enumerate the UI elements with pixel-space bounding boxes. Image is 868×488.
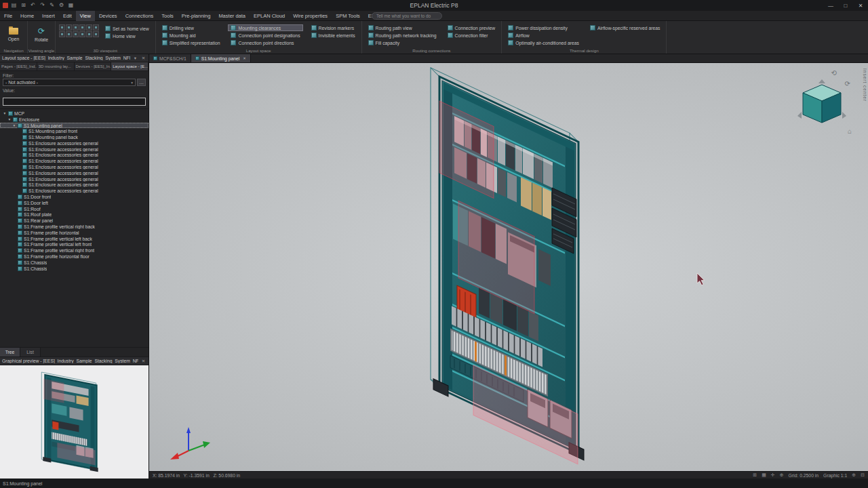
tree-item[interactable]: S1:Frame profile vertical right back: [0, 224, 149, 230]
docked-panel-tab[interactable]: Pages - [EES]_Ind...: [0, 62, 37, 70]
tree-item[interactable]: S1:Enclosure accessories general: [0, 170, 149, 176]
viewpoint-icon[interactable]: [73, 24, 79, 30]
new-icon[interactable]: ⊞: [20, 1, 27, 10]
tree-item[interactable]: S1:Roof plate: [0, 212, 149, 218]
airflow-toggle[interactable]: Airflow: [505, 32, 582, 39]
tree-item[interactable]: S1:Rear panel: [0, 218, 149, 224]
settings-icon[interactable]: ⚙: [58, 1, 65, 10]
menu-item[interactable]: EPLAN Cloud: [250, 11, 289, 21]
tree-item[interactable]: S1:Mounting panel front: [0, 128, 149, 134]
viewpoint-icon[interactable]: [93, 24, 99, 30]
connection-filter-toggle[interactable]: Connection filter: [445, 32, 498, 39]
tree-item[interactable]: S1:Enclosure accessories general: [0, 164, 149, 170]
tree-item[interactable]: S1:Chassis: [0, 266, 149, 272]
tree-item[interactable]: MCP: [0, 110, 149, 117]
menu-item[interactable]: Insert: [38, 11, 59, 21]
tree-item[interactable]: Enclosure: [0, 117, 149, 123]
tree-item[interactable]: S1:Door front: [0, 194, 149, 200]
menu-item[interactable]: Edit: [59, 11, 76, 21]
zoom-out-icon[interactable]: ⊟: [861, 472, 865, 478]
menu-item[interactable]: Master data: [214, 11, 250, 21]
tree-item[interactable]: S1:Chassis: [0, 260, 149, 266]
tree-item[interactable]: S1:Mounting panel: [0, 123, 149, 129]
tree-item[interactable]: S1:Frame profile horizontal: [0, 230, 149, 236]
viewpoint-icon[interactable]: [86, 24, 92, 30]
tree-item[interactable]: S1:Door left: [0, 200, 149, 206]
tree-list-tab[interactable]: Tree: [0, 348, 20, 357]
viewpoint-icon[interactable]: [79, 24, 85, 30]
insert-center-tab[interactable]: Insert center: [863, 68, 867, 102]
document-tab[interactable]: S1:Mounting panel ✕: [191, 54, 251, 62]
tree-item[interactable]: S1:Enclosure accessories general: [0, 146, 149, 152]
tree-item[interactable]: S1:Enclosure accessories general: [0, 188, 149, 194]
orbit-right-icon[interactable]: ⟳: [845, 81, 850, 87]
menu-item[interactable]: Wire properties: [289, 11, 332, 21]
maximize-button[interactable]: □: [838, 0, 853, 11]
preview-close-icon[interactable]: ✕: [140, 359, 146, 364]
expander-icon[interactable]: [12, 123, 16, 128]
redo-icon[interactable]: ↷: [39, 1, 46, 10]
tree-item[interactable]: S1:Mounting panel back: [0, 134, 149, 140]
tab-close-icon[interactable]: ✕: [243, 56, 246, 60]
set-as-home-view-button[interactable]: Set as home view: [102, 25, 152, 32]
3d-viewport[interactable]: ⟲ ⟳ ⌂ Insert center: [149, 63, 868, 471]
tree-item[interactable]: S1:Frame profile vertical left back: [0, 236, 149, 242]
airflow-specific-reserved-areas-toggle[interactable]: Airflow-specific reserved areas: [587, 24, 663, 31]
menu-item[interactable]: SPM Tools: [332, 11, 364, 21]
graphical-preview[interactable]: [0, 365, 149, 479]
tree-item[interactable]: S1:Enclosure accessories general: [0, 158, 149, 164]
rotate-button[interactable]: ⟳ Rotate: [31, 22, 52, 47]
mounting-aid-toggle[interactable]: Mounting aid: [159, 32, 223, 39]
tree-item[interactable]: S1:Frame profile horizontal floor: [0, 253, 149, 260]
crosshair-icon[interactable]: ✛: [771, 472, 775, 478]
home-view-button[interactable]: Home view: [102, 33, 152, 39]
minimize-button[interactable]: —: [823, 0, 838, 11]
connection-point-directions-toggle[interactable]: Connection point directions: [228, 39, 302, 46]
invisible-elements-toggle[interactable]: Invisible elements: [309, 32, 358, 39]
value-input[interactable]: [3, 98, 146, 106]
undo-icon[interactable]: ↶: [29, 1, 37, 10]
tell-me-search-input[interactable]: Tell me what you want to do: [372, 12, 442, 20]
viewpoint-icon[interactable]: [73, 31, 79, 37]
connection-preview-toggle[interactable]: Connection preview: [445, 24, 498, 31]
menu-item[interactable]: Connections: [121, 11, 158, 21]
object-snap-icon[interactable]: ⊕: [780, 472, 784, 478]
power-dissipation-density-toggle[interactable]: Power dissipation density: [505, 24, 582, 31]
viewpoint-icon[interactable]: [66, 31, 72, 37]
mounting-panel-3d[interactable]: [431, 68, 584, 467]
filter-select[interactable]: - Not activated - ▾: [3, 79, 136, 86]
sidebar-close-icon[interactable]: ✕: [140, 56, 146, 61]
expander-icon[interactable]: [7, 117, 12, 122]
expander-icon[interactable]: [3, 110, 7, 116]
docked-panel-tab[interactable]: 3D mounting lay...: [37, 62, 75, 70]
tree-item[interactable]: S1:Frame profile vertical right front: [0, 247, 149, 253]
tree-item[interactable]: S1:Enclosure accessories general: [0, 140, 149, 146]
connection-point-designations-toggle[interactable]: Connection point designations: [228, 32, 302, 39]
sidebar-dropdown-icon[interactable]: ▾: [132, 56, 138, 61]
3d-scene[interactable]: [149, 63, 868, 471]
home-icon[interactable]: ⌂: [848, 128, 852, 135]
routing-path-view-toggle[interactable]: Routing path view: [366, 24, 439, 31]
menu-item[interactable]: Tools: [157, 11, 178, 21]
tree-item[interactable]: S1:Enclosure accessories general: [0, 176, 149, 182]
navigation-cube[interactable]: [797, 79, 846, 123]
tree-list-tab[interactable]: List: [20, 348, 41, 357]
viewpoint-icon[interactable]: [59, 31, 65, 37]
zoom-in-icon[interactable]: ⊕: [852, 472, 856, 478]
viewpoint-icon[interactable]: [59, 24, 65, 30]
orbit-left-icon[interactable]: ⟲: [831, 70, 837, 77]
tree-item[interactable]: S1:Enclosure accessories general: [0, 182, 149, 188]
drilling-view-toggle[interactable]: Drilling view: [159, 24, 223, 31]
close-button[interactable]: ✕: [853, 0, 868, 11]
routing-path-network-tracking-toggle[interactable]: Routing path network tracking: [366, 32, 439, 39]
edit-icon[interactable]: ✎: [48, 1, 56, 10]
viewpoint-icon[interactable]: [86, 31, 92, 37]
simplified-representation-toggle[interactable]: Simplified representation: [159, 39, 223, 46]
viewpoint-icon[interactable]: [79, 31, 85, 37]
docked-panel-tab[interactable]: Layout space - [E...: [111, 62, 149, 70]
tree-item[interactable]: S1:Frame profile vertical left front: [0, 242, 149, 248]
menu-item[interactable]: Pre-planning: [178, 11, 215, 21]
menu-item[interactable]: Devices: [95, 11, 121, 21]
viewpoint-icon[interactable]: [93, 31, 99, 37]
document-tab[interactable]: MCP&SCH/1: [149, 54, 191, 62]
